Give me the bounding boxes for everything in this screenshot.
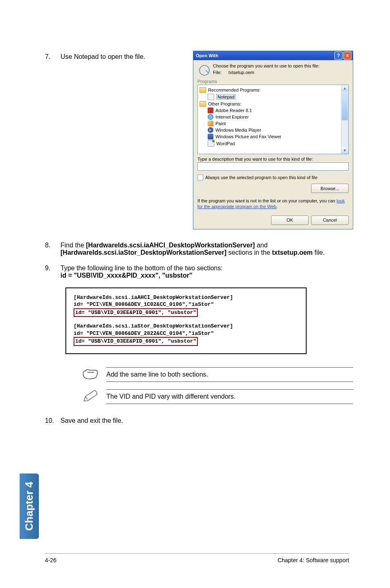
item-wmp[interactable]: Windows Media Player <box>199 127 339 133</box>
note-1: Add the same line to both sections. <box>82 366 353 383</box>
step-8-number: 8. <box>45 242 61 249</box>
code-line-5: id= "PCI\VEN_8086&DEV_2822&CC_0104","iaS… <box>74 330 298 337</box>
note-1-text: Add the same line to both sections. <box>106 367 353 382</box>
page: 7. Use Notepad to open the file. Open Wi… <box>0 0 390 588</box>
picfax-icon <box>208 134 213 139</box>
step-10-text: Save and exit the file. <box>61 417 353 424</box>
footer-right: Chapter 4: Software support <box>278 557 349 563</box>
programs-label: Programs <box>197 79 349 84</box>
always-use-row[interactable]: Always use the selected program to open … <box>197 175 349 180</box>
program-listbox[interactable]: Recommended Programs: Notepad Other Prog… <box>197 85 349 154</box>
adobe-icon <box>208 108 213 113</box>
web-look-text: If the program you want is not in the li… <box>197 198 349 210</box>
scrollbar[interactable]: ▲ ▼ <box>341 85 348 154</box>
listbox-inner: Recommended Programs: Notepad Other Prog… <box>198 85 341 154</box>
note-2-text: The VID and PID vary with different vend… <box>106 389 353 404</box>
search-icon <box>197 63 211 76</box>
step-9-text-b: id = "USB\VID_xxxx&PID_xxxx", "usbstor" <box>61 272 353 279</box>
item-wordpad[interactable]: WordPad <box>199 140 339 147</box>
item-adobe-reader[interactable]: Adobe Reader 8.1 <box>199 107 339 114</box>
description-input[interactable] <box>197 162 349 171</box>
cancel-button[interactable]: Cancel <box>311 215 349 225</box>
step-8: 8. Find the [HardwareIds.scsi.iaAHCI_Des… <box>45 242 353 256</box>
step-7: 7. Use Notepad to open the file. <box>45 53 193 61</box>
browse-row: Browse... <box>197 184 349 193</box>
scroll-thumb[interactable] <box>342 92 348 120</box>
dialog-header-text: Choose the program you want to use to op… <box>213 63 320 75</box>
item-wmp-label: Windows Media Player <box>215 128 261 132</box>
group-other-label: Other Programs: <box>208 101 241 106</box>
step-10-body: Save and exit the file. <box>61 417 353 424</box>
item-notepad[interactable]: Notepad <box>199 93 339 101</box>
step-7-body: Use Notepad to open the file. <box>61 53 193 61</box>
page-footer: 4-26 Chapter 4: Software support <box>45 553 349 563</box>
pointing-hand-icon <box>82 366 102 383</box>
choose-text: Choose the program you want to use to op… <box>213 63 320 68</box>
step-8-body: Find the [HardwareIds.scsi.iaAHCI_Deskto… <box>61 242 353 256</box>
item-paint-label: Paint <box>215 121 226 126</box>
dialog-body: Choose the program you want to use to op… <box>193 60 353 229</box>
step-9-number: 9. <box>45 265 61 272</box>
paint-icon <box>208 121 213 126</box>
open-with-dialog: Open With ? × Choose the program you wan… <box>193 51 353 229</box>
step-7-number: 7. <box>45 53 61 61</box>
item-ie-label: Internet Explorer <box>215 114 249 119</box>
dialog-buttons: OK Cancel <box>197 215 349 225</box>
step-9-text-a: Type the following line to the bottom of… <box>61 265 353 272</box>
file-row: File: txtsetup.oem <box>213 70 320 75</box>
always-use-label: Always use the selected program to open … <box>205 175 318 180</box>
item-notepad-label: Notepad <box>216 94 236 100</box>
ok-button[interactable]: OK <box>271 215 309 225</box>
item-picfax[interactable]: Windows Picture and Fax Viewer <box>199 133 339 140</box>
group-other: Other Programs: <box>199 101 339 107</box>
help-button[interactable]: ? <box>334 52 343 60</box>
checkbox-icon[interactable] <box>197 175 203 180</box>
browse-button[interactable]: Browse... <box>311 184 349 193</box>
code-line-3: id= "USB\VID_03EE&PID_6901", "usbstor" <box>74 308 198 317</box>
group-recommended: Recommended Programs: <box>199 87 339 93</box>
dialog-header: Choose the program you want to use to op… <box>197 63 349 76</box>
description-label: Type a description that you want to use … <box>197 157 349 162</box>
step-10: 10. Save and exit the file. <box>45 417 353 424</box>
dialog-titlebar[interactable]: Open With ? × <box>193 51 353 60</box>
ie-icon <box>208 114 213 120</box>
code-box: [HardwareIds.scsi.iaAHCI_DesktopWorkstat… <box>65 287 307 354</box>
pencil-icon <box>82 388 102 405</box>
step-9-body: Type the following line to the bottom of… <box>61 265 353 279</box>
step-7-row: 7. Use Notepad to open the file. Open Wi… <box>45 53 353 229</box>
item-picfax-label: Windows Picture and Fax Viewer <box>215 134 281 139</box>
code-line-2: id= "PCI\VEN_8086&DEV_1C02&CC_0106","iaS… <box>74 301 298 308</box>
wmp-icon <box>208 127 213 133</box>
wordpad-icon <box>208 140 214 147</box>
group-recommended-label: Recommended Programs: <box>208 88 260 92</box>
step-9: 9. Type the following line to the bottom… <box>45 265 353 279</box>
folder-icon <box>199 87 206 93</box>
file-name: txtsetup.oem <box>229 70 254 75</box>
notepad-icon <box>208 94 214 100</box>
step-8-text: Find the [HardwareIds.scsi.iaAHCI_Deskto… <box>61 242 353 256</box>
scroll-up-icon[interactable]: ▲ <box>341 85 348 92</box>
file-label: File: <box>213 70 222 75</box>
code-line-1: [HardwareIds.scsi.iaAHCI_DesktopWorkstat… <box>74 294 298 301</box>
step-7-text: Use Notepad to open the file. <box>61 53 193 61</box>
dialog-title: Open With <box>196 53 334 58</box>
code-line-4: [HardwareIds.scsi.iaStor_DesktopWorkstat… <box>74 323 298 330</box>
folder-icon <box>199 101 206 107</box>
item-adobe-label: Adobe Reader 8.1 <box>215 108 252 113</box>
item-wordpad-label: WordPad <box>216 141 235 146</box>
footer-left: 4-26 <box>45 557 56 563</box>
scroll-down-icon[interactable]: ▼ <box>341 147 348 154</box>
chapter-tab: Chapter 4 <box>20 474 39 539</box>
weblook-b: . <box>276 204 278 209</box>
item-paint[interactable]: Paint <box>199 120 339 127</box>
weblook-a: If the program you want is not in the li… <box>197 198 336 203</box>
item-internet-explorer[interactable]: Internet Explorer <box>199 114 339 120</box>
close-button[interactable]: × <box>343 52 352 60</box>
code-line-6: id= "USB\VID_03EE&PID_6901", "usbstor" <box>74 337 198 346</box>
note-2: The VID and PID vary with different vend… <box>82 388 353 405</box>
step-10-number: 10. <box>45 417 61 424</box>
